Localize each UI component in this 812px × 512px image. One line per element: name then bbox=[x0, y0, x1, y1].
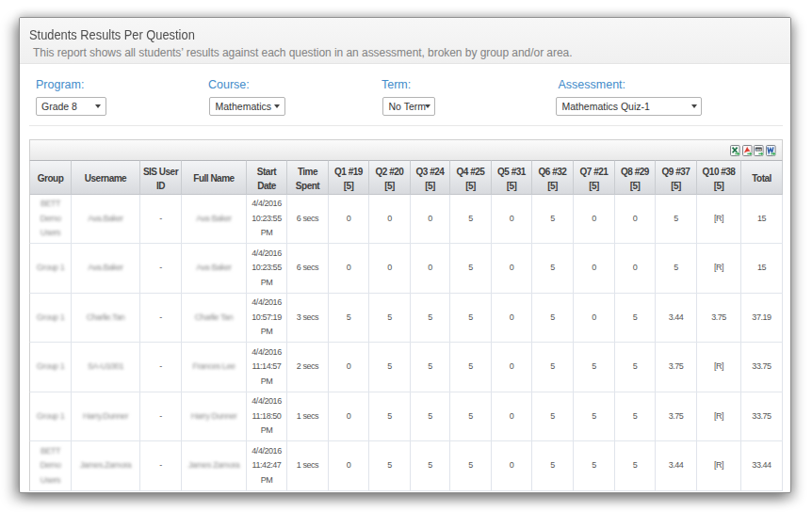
svg-text:csv: csv bbox=[756, 147, 762, 151]
